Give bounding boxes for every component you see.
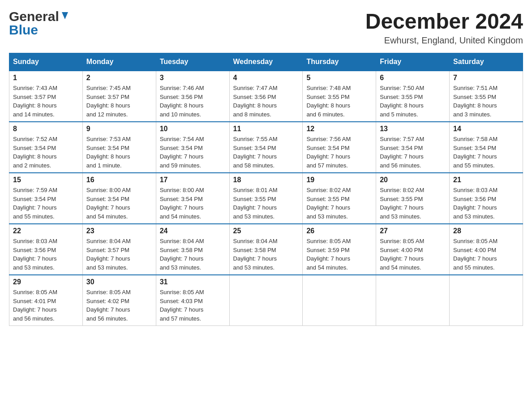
calendar-cell: 3Sunrise: 7:46 AMSunset: 3:56 PMDaylight… xyxy=(156,71,229,122)
logo-arrow-icon xyxy=(60,11,70,23)
day-number: 3 xyxy=(160,74,226,82)
calendar-cell: 30Sunrise: 8:05 AMSunset: 4:02 PMDayligh… xyxy=(82,275,156,326)
day-info: Sunrise: 8:05 AMSunset: 4:01 PMDaylight:… xyxy=(13,288,79,323)
day-number: 2 xyxy=(86,74,152,82)
calendar-cell: 12Sunrise: 7:56 AMSunset: 3:54 PMDayligh… xyxy=(303,122,376,173)
calendar-cell: 23Sunrise: 8:04 AMSunset: 3:57 PMDayligh… xyxy=(82,224,156,275)
day-number: 1 xyxy=(13,74,79,82)
day-info: Sunrise: 8:02 AMSunset: 3:55 PMDaylight:… xyxy=(380,186,446,221)
calendar-week-row: 8Sunrise: 7:52 AMSunset: 3:54 PMDaylight… xyxy=(9,122,523,173)
day-number: 12 xyxy=(306,125,372,133)
calendar-cell: 21Sunrise: 8:03 AMSunset: 3:56 PMDayligh… xyxy=(450,173,523,224)
column-header-friday: Friday xyxy=(376,53,450,71)
day-number: 23 xyxy=(86,227,152,235)
day-info: Sunrise: 8:05 AMSunset: 3:59 PMDaylight:… xyxy=(306,237,372,272)
calendar-cell: 31Sunrise: 8:05 AMSunset: 4:03 PMDayligh… xyxy=(156,275,229,326)
day-number: 20 xyxy=(380,176,446,184)
calendar-cell: 10Sunrise: 7:54 AMSunset: 3:54 PMDayligh… xyxy=(156,122,229,173)
calendar-header-row: SundayMondayTuesdayWednesdayThursdayFrid… xyxy=(9,53,523,71)
day-number: 27 xyxy=(380,227,446,235)
day-number: 18 xyxy=(233,176,299,184)
calendar-cell: 14Sunrise: 7:58 AMSunset: 3:54 PMDayligh… xyxy=(450,122,523,173)
column-header-wednesday: Wednesday xyxy=(229,53,303,71)
day-info: Sunrise: 8:00 AMSunset: 3:54 PMDaylight:… xyxy=(160,186,226,221)
calendar-cell: 17Sunrise: 8:00 AMSunset: 3:54 PMDayligh… xyxy=(156,173,229,224)
calendar-cell: 1Sunrise: 7:43 AMSunset: 3:57 PMDaylight… xyxy=(9,71,83,122)
column-header-sunday: Sunday xyxy=(9,53,83,71)
calendar-cell: 15Sunrise: 7:59 AMSunset: 3:54 PMDayligh… xyxy=(9,173,83,224)
month-title: December 2024 xyxy=(365,9,523,34)
calendar-cell: 7Sunrise: 7:51 AMSunset: 3:55 PMDaylight… xyxy=(450,71,523,122)
day-info: Sunrise: 7:58 AMSunset: 3:54 PMDaylight:… xyxy=(453,135,519,170)
day-number: 31 xyxy=(160,278,226,286)
calendar-cell: 13Sunrise: 7:57 AMSunset: 3:54 PMDayligh… xyxy=(376,122,450,173)
calendar-cell: 25Sunrise: 8:04 AMSunset: 3:58 PMDayligh… xyxy=(229,224,303,275)
calendar-cell xyxy=(229,275,303,326)
day-number: 30 xyxy=(86,278,152,286)
svg-marker-0 xyxy=(62,12,68,19)
logo: General Blue xyxy=(9,9,70,38)
day-info: Sunrise: 8:05 AMSunset: 4:02 PMDaylight:… xyxy=(86,288,152,323)
day-number: 21 xyxy=(453,176,519,184)
day-number: 17 xyxy=(160,176,226,184)
column-header-thursday: Thursday xyxy=(303,53,376,71)
day-info: Sunrise: 8:04 AMSunset: 3:58 PMDaylight:… xyxy=(233,237,299,272)
location: Ewhurst, England, United Kingdom xyxy=(365,35,523,46)
calendar-cell: 6Sunrise: 7:50 AMSunset: 3:55 PMDaylight… xyxy=(376,71,450,122)
day-number: 13 xyxy=(380,125,446,133)
calendar-table: SundayMondayTuesdayWednesdayThursdayFrid… xyxy=(9,53,523,326)
day-number: 10 xyxy=(160,125,226,133)
day-number: 19 xyxy=(306,176,372,184)
day-number: 8 xyxy=(13,125,79,133)
day-info: Sunrise: 7:54 AMSunset: 3:54 PMDaylight:… xyxy=(160,135,226,170)
day-info: Sunrise: 7:59 AMSunset: 3:54 PMDaylight:… xyxy=(13,186,79,221)
calendar-cell: 4Sunrise: 7:47 AMSunset: 3:56 PMDaylight… xyxy=(229,71,303,122)
day-info: Sunrise: 8:04 AMSunset: 3:57 PMDaylight:… xyxy=(86,237,152,272)
day-info: Sunrise: 8:03 AMSunset: 3:56 PMDaylight:… xyxy=(13,237,79,272)
day-info: Sunrise: 7:57 AMSunset: 3:54 PMDaylight:… xyxy=(380,135,446,170)
day-info: Sunrise: 7:51 AMSunset: 3:55 PMDaylight:… xyxy=(453,84,519,119)
calendar-cell xyxy=(303,275,376,326)
day-number: 22 xyxy=(13,227,79,235)
calendar-cell: 20Sunrise: 8:02 AMSunset: 3:55 PMDayligh… xyxy=(376,173,450,224)
day-number: 14 xyxy=(453,125,519,133)
day-info: Sunrise: 7:43 AMSunset: 3:57 PMDaylight:… xyxy=(13,84,79,119)
day-info: Sunrise: 7:53 AMSunset: 3:54 PMDaylight:… xyxy=(86,135,152,170)
day-info: Sunrise: 7:55 AMSunset: 3:54 PMDaylight:… xyxy=(233,135,299,170)
calendar-cell xyxy=(450,275,523,326)
day-number: 25 xyxy=(233,227,299,235)
day-info: Sunrise: 7:52 AMSunset: 3:54 PMDaylight:… xyxy=(13,135,79,170)
calendar-cell: 27Sunrise: 8:05 AMSunset: 4:00 PMDayligh… xyxy=(376,224,450,275)
day-info: Sunrise: 8:05 AMSunset: 4:03 PMDaylight:… xyxy=(160,288,226,323)
day-number: 11 xyxy=(233,125,299,133)
calendar-cell: 9Sunrise: 7:53 AMSunset: 3:54 PMDaylight… xyxy=(82,122,156,173)
column-header-saturday: Saturday xyxy=(450,53,523,71)
day-info: Sunrise: 8:05 AMSunset: 4:00 PMDaylight:… xyxy=(453,237,519,272)
calendar-cell: 18Sunrise: 8:01 AMSunset: 3:55 PMDayligh… xyxy=(229,173,303,224)
calendar-cell: 29Sunrise: 8:05 AMSunset: 4:01 PMDayligh… xyxy=(9,275,83,326)
day-info: Sunrise: 8:04 AMSunset: 3:58 PMDaylight:… xyxy=(160,237,226,272)
calendar-week-row: 22Sunrise: 8:03 AMSunset: 3:56 PMDayligh… xyxy=(9,224,523,275)
day-info: Sunrise: 8:00 AMSunset: 3:54 PMDaylight:… xyxy=(86,186,152,221)
day-number: 28 xyxy=(453,227,519,235)
day-info: Sunrise: 8:01 AMSunset: 3:55 PMDaylight:… xyxy=(233,186,299,221)
calendar-cell xyxy=(376,275,450,326)
calendar-cell: 8Sunrise: 7:52 AMSunset: 3:54 PMDaylight… xyxy=(9,122,83,173)
day-number: 29 xyxy=(13,278,79,286)
calendar-week-row: 29Sunrise: 8:05 AMSunset: 4:01 PMDayligh… xyxy=(9,275,523,326)
calendar-cell: 16Sunrise: 8:00 AMSunset: 3:54 PMDayligh… xyxy=(82,173,156,224)
day-number: 15 xyxy=(13,176,79,184)
calendar-cell: 26Sunrise: 8:05 AMSunset: 3:59 PMDayligh… xyxy=(303,224,376,275)
day-info: Sunrise: 8:05 AMSunset: 4:00 PMDaylight:… xyxy=(380,237,446,272)
logo-general: General xyxy=(9,9,59,24)
title-block: December 2024 Ewhurst, England, United K… xyxy=(365,9,523,46)
day-info: Sunrise: 8:03 AMSunset: 3:56 PMDaylight:… xyxy=(453,186,519,221)
day-number: 26 xyxy=(306,227,372,235)
calendar-cell: 5Sunrise: 7:48 AMSunset: 3:55 PMDaylight… xyxy=(303,71,376,122)
day-number: 4 xyxy=(233,74,299,82)
day-number: 16 xyxy=(86,176,152,184)
day-info: Sunrise: 7:50 AMSunset: 3:55 PMDaylight:… xyxy=(380,84,446,119)
day-number: 5 xyxy=(306,74,372,82)
day-info: Sunrise: 7:45 AMSunset: 3:57 PMDaylight:… xyxy=(86,84,152,119)
day-number: 7 xyxy=(453,74,519,82)
